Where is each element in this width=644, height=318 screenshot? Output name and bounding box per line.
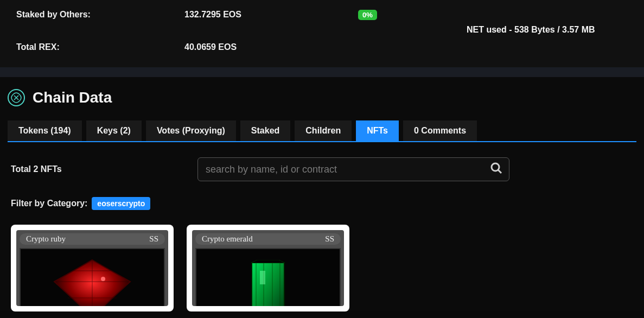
tab-votes-proxying-[interactable]: Votes (Proxying) [146,120,236,141]
nft-card-name: Crypto emerald [202,234,253,244]
search-input[interactable] [197,157,509,181]
net-percent-badge: 0% [358,10,377,20]
emerald-gem-icon [195,248,341,306]
total-rex-value: 40.0659 EOS [184,42,358,52]
total-rex-label: Total REX: [16,42,184,52]
nft-card-rank: SS [149,234,158,244]
nft-card-rank: SS [325,234,334,244]
tab-nfts[interactable]: NFTs [356,120,399,141]
total-nfts-label: Total 2 NFTs [8,164,187,174]
svg-point-1 [492,163,499,171]
search-icon[interactable] [490,162,503,177]
svg-rect-4 [252,263,284,306]
tabs-row: Tokens (194)Keys (2)Votes (Proxying)Stak… [8,120,636,142]
tab-children[interactable]: Children [295,120,352,141]
nft-card[interactable]: Crypto rubySS [11,225,174,311]
section-title: Chain Data [33,89,112,106]
svg-line-2 [498,170,501,173]
category-chip-eoserscrypto[interactable]: eoserscrypto [92,197,150,210]
tab-keys-2-[interactable]: Keys (2) [86,120,142,141]
staked-others-value: 132.7295 EOS [184,10,358,20]
chain-icon [8,89,25,106]
svg-point-3 [101,277,105,281]
filter-label: Filter by Category: [11,199,87,208]
net-used-text: NET used - 538 Bytes / 3.57 MB [467,25,595,52]
ruby-gem-icon [20,248,165,306]
nft-card-name: Crypto ruby [26,234,66,244]
tab-tokens-194-[interactable]: Tokens (194) [8,120,82,141]
divider [0,67,644,77]
resource-panel: Staked by Others: Total REX: 132.7295 EO… [0,0,644,67]
tab-staked[interactable]: Staked [240,120,290,141]
svg-rect-5 [260,271,265,284]
chain-data-section: Chain Data Tokens (194)Keys (2)Votes (Pr… [0,77,644,311]
nft-card[interactable]: Crypto emeraldSS [187,225,349,311]
tab-0-comments[interactable]: 0 Comments [403,120,477,141]
staked-others-label: Staked by Others: [16,10,184,20]
